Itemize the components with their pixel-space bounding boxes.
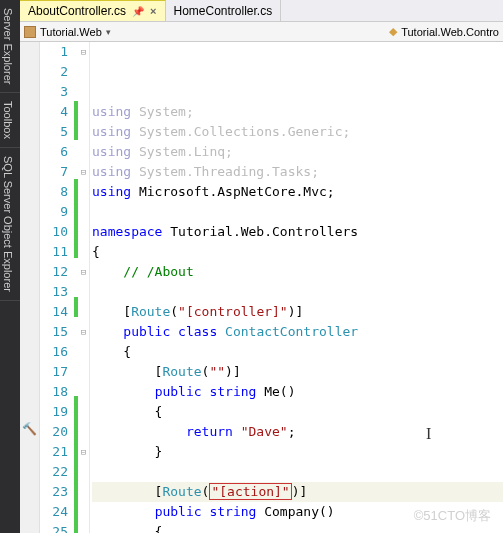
line-number: 11 [40, 242, 68, 262]
token: )] [225, 364, 241, 379]
token: { [92, 404, 162, 419]
breadcrumb-right[interactable]: ◆ Tutorial.Web.Contro [389, 25, 499, 38]
fold-spacer [78, 422, 89, 442]
line-number: 23 [40, 482, 68, 502]
line-number: 21 [40, 442, 68, 462]
fold-spacer [78, 182, 89, 202]
fold-spacer [78, 282, 89, 302]
fold-spacer [78, 222, 89, 242]
code-line[interactable]: using Microsoft.AspNetCore.Mvc; [92, 182, 503, 202]
token: using [92, 144, 131, 159]
code-line[interactable]: public class ContactController [92, 322, 503, 342]
token: [ [92, 484, 162, 499]
code-line[interactable]: using System.Collections.Generic; [92, 122, 503, 142]
token: System.Threading.Tasks; [131, 164, 319, 179]
side-tab[interactable]: SQL Server Object Explorer [0, 148, 20, 301]
code-line[interactable]: { [92, 402, 503, 422]
token: "[action]" [209, 483, 291, 500]
code-line[interactable] [92, 462, 503, 482]
code-line[interactable]: [Route("")] [92, 362, 503, 382]
close-icon[interactable]: × [150, 5, 156, 17]
fold-spacer [78, 242, 89, 262]
code-line[interactable]: { [92, 342, 503, 362]
line-number: 4 [40, 102, 68, 122]
token: { [92, 344, 131, 359]
fold-spacer [78, 462, 89, 482]
code-line[interactable] [92, 202, 503, 222]
line-number: 13 [40, 282, 68, 302]
side-tab[interactable]: Server Explorer [0, 0, 20, 93]
line-number: 6 [40, 142, 68, 162]
code-line[interactable]: using System.Threading.Tasks; [92, 162, 503, 182]
main-area: AboutController.cs📌×HomeController.cs Tu… [20, 0, 503, 533]
token: using [92, 164, 131, 179]
side-tab-strip: Server ExplorerToolboxSQL Server Object … [0, 0, 20, 533]
tab-label: HomeController.cs [174, 4, 273, 18]
fold-spacer [78, 382, 89, 402]
csharp-project-icon [24, 26, 36, 38]
token [92, 504, 155, 519]
line-number: 18 [40, 382, 68, 402]
line-number: 2 [40, 62, 68, 82]
fold-toggle-icon[interactable]: ⊟ [78, 322, 89, 342]
code-line[interactable]: [Route("[action]")] [92, 482, 503, 502]
line-number: 8 [40, 182, 68, 202]
side-tab[interactable]: Toolbox [0, 93, 20, 148]
token: Me() [256, 384, 295, 399]
code-line[interactable]: { [92, 242, 503, 262]
glyph-margin: 🔨 [20, 42, 40, 533]
breadcrumb-left[interactable]: Tutorial.Web ▾ [24, 26, 111, 38]
fold-toggle-icon[interactable]: ⊟ [78, 42, 89, 62]
token: "[controller]" [178, 304, 288, 319]
fold-toggle-icon[interactable]: ⊟ [78, 262, 89, 282]
tab-label: AboutController.cs [28, 4, 126, 18]
token [92, 424, 186, 439]
code-content[interactable]: I using System;using System.Collections.… [90, 42, 503, 533]
code-line[interactable]: } [92, 442, 503, 462]
code-line[interactable]: return "Dave"; [92, 422, 503, 442]
code-line[interactable] [92, 282, 503, 302]
token: Tutorial.Web.Controllers [170, 224, 358, 239]
fold-spacer [78, 362, 89, 382]
line-number: 15 [40, 322, 68, 342]
pin-icon[interactable]: 📌 [132, 6, 144, 17]
fold-toggle-icon[interactable]: ⊟ [78, 162, 89, 182]
chevron-down-icon: ▾ [106, 27, 111, 37]
token: // /About [123, 264, 193, 279]
ide-root: Server ExplorerToolboxSQL Server Object … [0, 0, 503, 533]
code-line[interactable]: using System.Linq; [92, 142, 503, 162]
code-line[interactable]: [Route("[controller]")] [92, 302, 503, 322]
token: string [209, 384, 256, 399]
token: ( [170, 304, 178, 319]
token: Microsoft.AspNetCore.Mvc; [131, 184, 335, 199]
build-glyph-icon[interactable]: 🔨 [22, 422, 37, 436]
token: using [92, 104, 131, 119]
token: return [186, 424, 233, 439]
token: System; [131, 104, 194, 119]
fold-spacer [78, 122, 89, 142]
document-tab[interactable]: AboutController.cs📌× [20, 0, 166, 21]
token: ContactController [225, 324, 358, 339]
code-editor[interactable]: 🔨 12345678910111213141516171819202122232… [20, 42, 503, 533]
navigation-bar: Tutorial.Web ▾ ◆ Tutorial.Web.Contro [20, 22, 503, 42]
line-number: 3 [40, 82, 68, 102]
token [233, 424, 241, 439]
fold-spacer [78, 482, 89, 502]
code-line[interactable]: public string Me() [92, 382, 503, 402]
fold-toggle-icon[interactable]: ⊟ [78, 442, 89, 462]
fold-spacer [78, 302, 89, 322]
token: ; [288, 424, 296, 439]
line-number: 24 [40, 502, 68, 522]
fold-gutter: ⊟⊟⊟⊟⊟ [78, 42, 90, 533]
code-line[interactable]: using System; [92, 102, 503, 122]
code-line[interactable]: // /About [92, 262, 503, 282]
breadcrumb-project-label: Tutorial.Web [40, 26, 102, 38]
token: { [92, 524, 162, 533]
fold-spacer [78, 102, 89, 122]
line-number: 25 [40, 522, 68, 533]
document-tab[interactable]: HomeController.cs [166, 0, 282, 21]
code-line[interactable]: namespace Tutorial.Web.Controllers [92, 222, 503, 242]
line-number: 22 [40, 462, 68, 482]
token: Route [162, 364, 201, 379]
token: System.Collections.Generic; [131, 124, 350, 139]
